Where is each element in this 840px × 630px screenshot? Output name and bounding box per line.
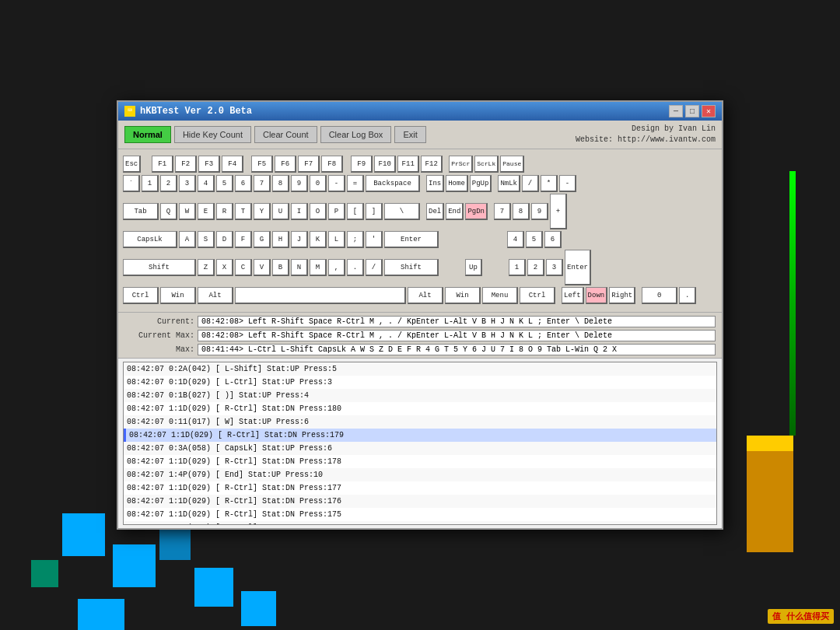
key-np2[interactable]: 2 [527,259,544,276]
key-np-enter[interactable]: Enter [565,250,591,285]
key-0[interactable]: 0 [310,175,327,192]
key-lalt[interactable]: Alt [198,287,233,304]
key-ralt[interactable]: Alt [408,287,443,304]
key-q[interactable]: Q [160,203,177,220]
key-v[interactable]: V [254,259,271,276]
key-lwin[interactable]: Win [160,287,196,304]
key-pgup[interactable]: PgUp [470,175,492,192]
key-m[interactable]: M [310,259,327,276]
key-np7[interactable]: 7 [494,203,511,220]
hide-key-count-button[interactable]: Hide Key Count [174,126,251,143]
key-end[interactable]: End [446,203,464,220]
key-np-minus[interactable]: - [559,175,576,192]
key-j[interactable]: J [291,231,308,248]
key-4[interactable]: 4 [198,175,215,192]
key-np5[interactable]: 5 [526,231,543,248]
key-l[interactable]: L [328,231,345,248]
key-z[interactable]: Z [198,259,215,276]
normal-button[interactable]: Normal [124,126,171,143]
key-np9[interactable]: 9 [531,203,548,220]
close-button[interactable]: ✕ [702,105,716,117]
key-pgdn[interactable]: PgDn [465,203,488,220]
key-np3[interactable]: 3 [546,259,563,276]
key-n[interactable]: N [291,259,308,276]
key-right[interactable]: Right [609,287,635,304]
key-f10[interactable]: F10 [374,156,396,173]
key-backtick[interactable]: ` [123,175,140,192]
key-s[interactable]: S [198,231,215,248]
key-space[interactable] [235,287,406,304]
key-x[interactable]: X [216,259,233,276]
key-semicolon[interactable]: ; [347,231,364,248]
key-quote[interactable]: ' [366,231,383,248]
key-7[interactable]: 7 [254,175,271,192]
key-pause[interactable]: Pause [500,156,524,173]
key-left[interactable]: Left [562,287,584,304]
key-rwin[interactable]: Win [445,287,481,304]
key-backspace[interactable]: Backspace [366,175,420,192]
key-c[interactable]: C [235,259,252,276]
key-b[interactable]: B [272,259,289,276]
key-f4[interactable]: F4 [222,156,243,173]
key-up[interactable]: Up [465,259,482,276]
key-g[interactable]: G [254,231,271,248]
key-prtscr[interactable]: PrScr [449,156,473,173]
key-fwdslash[interactable]: / [366,259,383,276]
key-lctrl[interactable]: Ctrl [123,287,159,304]
clear-log-button[interactable]: Clear Log Box [320,126,392,143]
key-capslock[interactable]: CapsLk [123,231,177,248]
key-tab[interactable]: Tab [123,203,159,220]
key-f7[interactable]: F7 [298,156,320,173]
key-esc[interactable]: Esc [123,156,141,173]
key-t[interactable]: T [235,203,252,220]
key-equals[interactable]: = [347,175,364,192]
key-y[interactable]: Y [254,203,271,220]
minimize-button[interactable]: ─ [669,105,683,117]
key-p[interactable]: P [328,203,345,220]
key-w[interactable]: W [179,203,196,220]
key-i[interactable]: I [291,203,308,220]
key-minus[interactable]: - [328,175,345,192]
key-np-plus[interactable]: + [550,194,567,229]
key-down[interactable]: Down [586,287,608,304]
key-3[interactable]: 3 [179,175,196,192]
key-f8[interactable]: F8 [321,156,343,173]
key-f1[interactable]: F1 [152,156,173,173]
key-f3[interactable]: F3 [198,156,220,173]
key-f5[interactable]: F5 [251,156,273,173]
key-home[interactable]: Home [446,175,468,192]
key-backslash[interactable]: \ [384,203,420,220]
key-u[interactable]: U [272,203,289,220]
key-6[interactable]: 6 [235,175,252,192]
key-np-slash[interactable]: / [522,175,539,192]
key-d[interactable]: D [216,231,233,248]
key-np-star[interactable]: * [541,175,558,192]
key-9[interactable]: 9 [291,175,308,192]
maximize-button[interactable]: □ [685,105,699,117]
log-area[interactable]: 08:42:07 0:2A(042) [ L-Shift] Stat:UP Pr… [123,362,717,525]
key-ins[interactable]: Ins [426,175,444,192]
key-rbracket[interactable]: ] [366,203,383,220]
key-a[interactable]: A [179,231,196,248]
clear-count-button[interactable]: Clear Count [254,126,317,143]
key-rctrl[interactable]: Ctrl [520,287,555,304]
key-np6[interactable]: 6 [544,231,562,248]
key-k[interactable]: K [310,231,327,248]
key-f12[interactable]: F12 [421,156,443,173]
key-1[interactable]: 1 [142,175,159,192]
key-np0[interactable]: 0 [642,287,677,304]
key-r[interactable]: R [216,203,233,220]
key-del[interactable]: Del [426,203,444,220]
key-numlk[interactable]: NmLk [498,175,520,192]
key-enter[interactable]: Enter [384,231,439,248]
key-2[interactable]: 2 [160,175,177,192]
key-lshift[interactable]: Shift [123,259,196,276]
key-lbracket[interactable]: [ [347,203,364,220]
key-rmenu[interactable]: Menu [482,287,518,304]
key-h[interactable]: H [272,231,289,248]
key-f11[interactable]: F11 [397,156,419,173]
key-5[interactable]: 5 [216,175,233,192]
key-8[interactable]: 8 [272,175,289,192]
key-f6[interactable]: F6 [275,156,296,173]
key-o[interactable]: O [310,203,327,220]
